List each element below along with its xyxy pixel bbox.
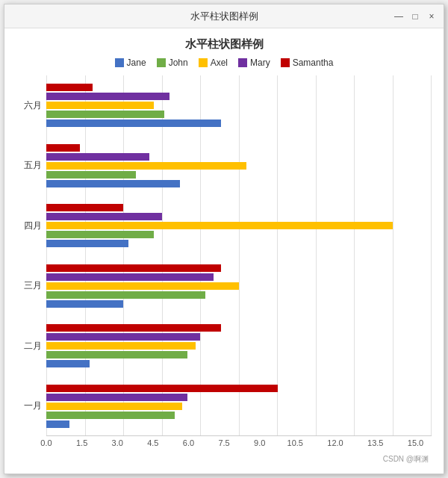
bar-group-四月 [46,196,432,255]
close-button[interactable]: × [426,10,438,22]
bar-row [46,360,432,367]
watermark: CSDN @啊渊 [16,453,432,466]
y-label-三月: 三月 [16,256,46,316]
bar-Jane-五月 [46,180,180,187]
window-title: 水平柱状图样例 [190,10,258,23]
legend-item-axel: Axel [199,58,228,68]
bar-group-三月 [46,256,432,316]
bar-Samantha-四月 [46,204,123,211]
bar-John-六月 [46,111,164,118]
x-tick-10: 15.0 [408,438,423,447]
bar-Axel-二月 [46,342,196,350]
maximize-button[interactable]: □ [409,10,421,22]
bar-row [46,213,432,220]
bar-row [46,300,432,308]
legend-item-john: John [157,58,188,68]
bar-row [46,351,432,358]
chart-plot: 六月五月四月三月二月一月 0.01.53.04.56.07.59.010.512… [16,75,432,453]
minimize-button[interactable]: — [393,10,405,22]
x-tick-0: 0.0 [40,438,52,447]
bar-group-二月 [46,316,432,376]
bar-row [46,222,432,229]
bar-row [46,171,432,179]
bar-row [46,111,432,118]
bar-Axel-五月 [46,162,246,170]
bar-Jane-四月 [46,240,128,247]
bar-row [46,333,432,341]
y-label-六月: 六月 [16,75,46,135]
legend-color-mary [238,58,247,67]
bar-row [46,120,432,127]
x-tick-3: 4.5 [147,438,158,447]
y-label-二月: 二月 [16,316,46,376]
bar-Axel-四月 [46,222,393,229]
legend-item-mary: Mary [238,58,270,68]
bar-Axel-一月 [46,403,182,410]
bar-row [46,324,432,332]
legend-color-jane [115,58,124,67]
bar-Samantha-三月 [46,264,221,272]
bar-Mary-一月 [46,394,187,401]
bar-row [46,273,432,281]
bar-Axel-三月 [46,282,239,290]
y-axis: 六月五月四月三月二月一月 [16,75,46,453]
bar-group-五月 [46,136,432,196]
bar-row [46,291,432,299]
bar-Samantha-一月 [46,385,278,392]
legend-label-jane: Jane [127,58,146,68]
legend: JaneJohnAxelMarySamantha [16,58,432,68]
legend-item-jane: Jane [115,58,146,68]
legend-color-axel [199,58,208,67]
y-label-一月: 一月 [16,376,46,436]
legend-label-john: John [169,58,188,68]
chart-title: 水平柱状图样例 [16,37,432,52]
x-tick-5: 7.5 [218,438,229,447]
window-controls: — □ × [393,10,438,22]
x-tick-1: 1.5 [76,438,87,447]
x-tick-9: 13.5 [367,438,383,447]
bar-row [46,240,432,247]
bar-row [46,420,432,428]
bar-row [46,282,432,290]
legend-label-axel: Axel [211,58,228,68]
bar-row [46,385,432,392]
x-axis: 0.01.53.04.56.07.59.010.512.013.515.0 [46,436,432,453]
x-tick-7: 10.5 [287,438,303,447]
bars-container [46,75,432,436]
bar-row [46,412,432,419]
bar-John-四月 [46,231,154,238]
y-label-四月: 四月 [16,196,46,255]
bar-row [46,84,432,91]
y-label-五月: 五月 [16,136,46,196]
chart-body: 六月五月四月三月二月一月 0.01.53.04.56.07.59.010.512… [16,75,432,453]
x-tick-2: 3.0 [112,438,123,447]
bar-Jane-一月 [46,420,69,428]
bar-Samantha-六月 [46,84,93,91]
bar-row [46,394,432,401]
bar-Samantha-二月 [46,324,221,332]
bar-row [46,180,432,187]
bar-row [46,403,432,410]
x-tick-8: 12.0 [327,438,343,447]
legend-item-samantha: Samantha [281,58,334,68]
bar-John-五月 [46,171,136,179]
plot-area: 0.01.53.04.56.07.59.010.512.013.515.0 [46,75,432,453]
app-window: 水平柱状图样例 — □ × 水平柱状图样例 JaneJohnAxelMarySa… [4,4,444,474]
bar-row [46,93,432,100]
bar-row [46,204,432,211]
bar-row [46,231,432,238]
bar-John-二月 [46,351,187,358]
bar-John-三月 [46,291,205,299]
bar-Mary-二月 [46,333,200,341]
bar-Samantha-五月 [46,144,80,152]
bar-Mary-四月 [46,213,162,220]
bar-Mary-五月 [46,153,149,161]
bar-Jane-三月 [46,300,123,308]
x-tick-6: 9.0 [254,438,265,447]
legend-color-john [157,58,166,67]
bar-row [46,153,432,161]
bar-row [46,162,432,170]
bar-Mary-六月 [46,93,169,100]
bar-row [46,144,432,152]
legend-label-mary: Mary [250,58,270,68]
